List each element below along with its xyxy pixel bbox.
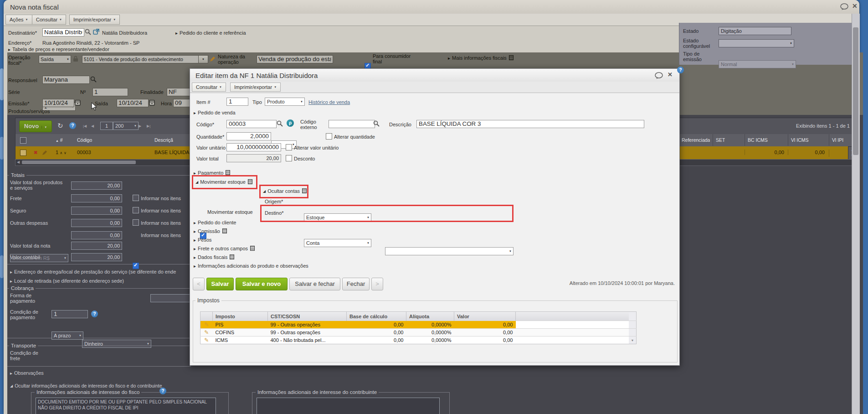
scrollbar-thumb[interactable]: [853, 27, 858, 155]
dados-fiscais-toggle[interactable]: Dados fiscais: [194, 254, 234, 260]
frete-field[interactable]: 0,00: [71, 194, 122, 202]
meio-extra-field[interactable]: [150, 294, 191, 302]
page-scrollbar[interactable]: [852, 14, 860, 414]
close-icon[interactable]: ✕: [852, 2, 858, 10]
prazo-select[interactable]: A prazo: [51, 331, 83, 340]
menu-imprimir-exportar[interactable]: Imprimir/exportar▼: [69, 15, 120, 25]
pagamento-toggle[interactable]: Pagamento: [194, 170, 230, 176]
edit-pencil-icon[interactable]: ✎: [204, 337, 209, 343]
col-set[interactable]: SET: [713, 134, 725, 146]
novo-button[interactable]: Novo▼: [19, 120, 52, 132]
search-icon[interactable]: [85, 29, 91, 35]
ocultar-contas-toggle[interactable]: Ocultar contas: [263, 188, 307, 194]
observacoes-toggle[interactable]: Observações: [10, 370, 44, 376]
destino-conta-select[interactable]: [385, 247, 514, 255]
responsavel-input[interactable]: [42, 76, 90, 84]
contribuinte-textarea[interactable]: [257, 398, 440, 414]
edit-pencil-icon[interactable]: ✎: [204, 321, 209, 328]
imposto-row-icms[interactable]: ✎ ICMS 400 - Não tributada pel... 0,00 0…: [200, 336, 637, 344]
condicao-pagamento-input[interactable]: [51, 310, 88, 318]
col-valor[interactable]: Valor: [454, 312, 516, 321]
comments-icon[interactable]: [655, 72, 664, 79]
descricao-input[interactable]: [416, 120, 644, 128]
operacao-tipo-select[interactable]: Saída: [39, 55, 71, 63]
prev-page-icon[interactable]: ◀: [91, 124, 94, 129]
codigo-externo-input[interactable]: [329, 120, 375, 128]
help-icon[interactable]: [91, 310, 98, 317]
page-size-select[interactable]: 200: [113, 122, 139, 130]
first-page-icon[interactable]: |◀: [83, 124, 87, 129]
next-page-icon[interactable]: ▶: [139, 124, 141, 129]
col-descricao[interactable]: Descriçã: [154, 134, 173, 146]
col-cst[interactable]: CST/CSOSN: [268, 312, 347, 321]
desconto-field[interactable]: 0,00: [71, 231, 122, 239]
edit-pencil-icon[interactable]: ✎: [204, 329, 209, 336]
produto-link-icon[interactable]: ρ: [287, 119, 294, 127]
item-input[interactable]: [226, 98, 248, 106]
valor-unitario-input[interactable]: [226, 143, 281, 151]
search-icon[interactable]: [277, 120, 283, 127]
comments-icon[interactable]: [840, 3, 849, 10]
scroll-left-icon[interactable]: ◀: [17, 160, 20, 165]
imposto-row-cofins[interactable]: ✎ COFINS 99 - Outras operações 0,00 0,00…: [200, 329, 637, 336]
desconto-checkbox[interactable]: [286, 155, 292, 161]
col-referenciada[interactable]: Referenciada: [678, 134, 710, 146]
hscroll-thumb[interactable]: [22, 160, 136, 164]
emissao-input[interactable]: [42, 99, 74, 107]
cfop-combobox[interactable]: 5101 - Venda de produção do estabelecime…: [82, 55, 208, 63]
local-retirada-toggle[interactable]: Local de retirada (se diferente do ender…: [10, 278, 124, 284]
open-external-icon[interactable]: [93, 29, 99, 35]
alterar-valor-checkbox[interactable]: [286, 144, 292, 150]
destinatario-input[interactable]: [42, 28, 84, 36]
imposto-row-pis[interactable]: ✎ PIS 99 - Outras operações 0,00 0,0000%…: [200, 321, 637, 329]
refresh-icon[interactable]: ↻: [57, 122, 63, 130]
col-vl-icms[interactable]: Vl ICMS: [788, 134, 809, 146]
mais-info-fiscais-toggle[interactable]: Mais informações fiscais: [448, 55, 514, 61]
origem-select[interactable]: Estoque: [304, 213, 371, 222]
ocultar-info-fisco-toggle[interactable]: Ocultar informações adicionais de intere…: [10, 383, 162, 389]
desconto-informar-checkbox[interactable]: [133, 263, 139, 269]
row-checkbox[interactable]: [20, 150, 26, 156]
search-icon[interactable]: [373, 120, 380, 127]
scroll-down-icon[interactable]: ▼: [631, 339, 634, 342]
modal-menu-consultar[interactable]: Consultar▼: [192, 83, 226, 92]
comissao-toggle[interactable]: Comissão: [194, 228, 227, 234]
move-down-icon[interactable]: ∨: [64, 151, 67, 155]
codigo-input[interactable]: [226, 120, 277, 128]
tabela-precos-toggle[interactable]: Tabela de preços e representante/vendedo…: [8, 47, 109, 52]
col-num[interactable]: ▲ #: [56, 134, 63, 147]
endereco-entrega-toggle[interactable]: Endereço de entrega/local de prestação d…: [10, 269, 189, 275]
col-vl-ipi[interactable]: Vl IPI: [829, 134, 843, 146]
close-icon[interactable]: ✕: [668, 71, 673, 78]
help-icon[interactable]: [69, 122, 76, 129]
search-icon[interactable]: [90, 76, 97, 83]
salvar-e-novo-button[interactable]: Salvar e novo: [236, 278, 288, 290]
edit-pencil-icon[interactable]: [42, 150, 47, 155]
frete-outros-toggle[interactable]: Frete e outros campos: [194, 246, 255, 251]
estado-configuravel-select[interactable]: [719, 39, 794, 47]
natureza-operacao-input[interactable]: [257, 55, 333, 63]
tipo-select[interactable]: Produto: [265, 98, 305, 106]
modal-menu-imprimir[interactable]: Imprimir/exportar▼: [230, 83, 281, 92]
alterar-quantidade-checkbox[interactable]: [326, 133, 332, 140]
saida-date-input[interactable]: [117, 99, 149, 107]
numero-input[interactable]: [92, 88, 128, 96]
seguro-field[interactable]: 0,00: [71, 207, 122, 215]
col-codigo[interactable]: Código: [77, 134, 92, 146]
pedido-venda-toggle[interactable]: Pedido de venda: [194, 110, 236, 115]
col-imposto[interactable]: Imposto: [213, 312, 268, 321]
outras-informar-checkbox[interactable]: [133, 219, 139, 226]
pesos-toggle[interactable]: Pesos: [194, 237, 212, 243]
salvar-button[interactable]: Salvar: [206, 278, 234, 290]
pedido-cliente-toggle[interactable]: Pedido do cliente: [194, 220, 236, 225]
combobox-button[interactable]: ▼: [198, 56, 208, 63]
outras-field[interactable]: 0,00: [71, 219, 122, 227]
menu-consultar[interactable]: Consultar▼: [32, 15, 66, 25]
help-icon[interactable]: [159, 388, 166, 394]
table-vscrollbar[interactable]: [629, 312, 637, 321]
info-adicionais-toggle[interactable]: Informações adicionais do produto e obse…: [194, 263, 308, 269]
fechar-button[interactable]: Fechar: [342, 278, 370, 290]
fisco-textarea[interactable]: DOCUMENTO EMITIDO POR ME OU EPP OPTANTE …: [36, 398, 216, 414]
calendar-icon[interactable]: [75, 99, 81, 106]
edit-pencil-icon[interactable]: [210, 56, 216, 62]
